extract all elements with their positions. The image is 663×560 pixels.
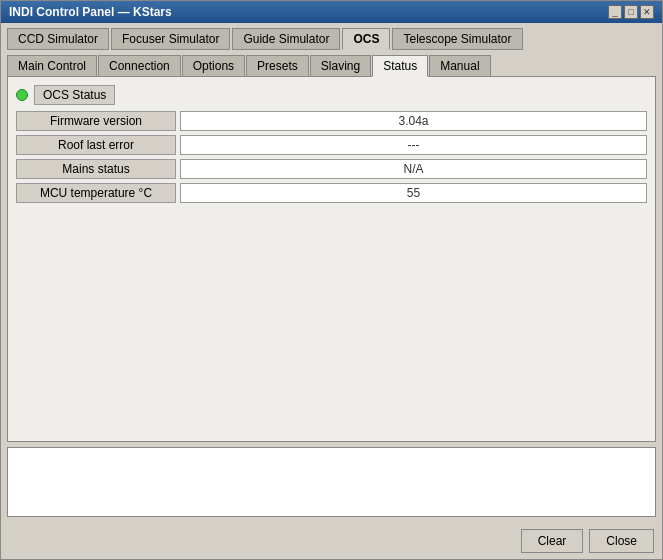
device-tab-ccd-simulator[interactable]: CCD Simulator [7, 28, 109, 50]
data-row-value: --- [180, 135, 647, 155]
device-tab-ocs[interactable]: OCS [342, 28, 390, 50]
log-area [7, 447, 656, 517]
title-bar-buttons: _ □ ✕ [608, 5, 654, 19]
bottom-bar: Clear Close [1, 523, 662, 559]
sub-tab-main-control[interactable]: Main Control [7, 55, 97, 77]
status-indicator [16, 89, 28, 101]
data-row-value: N/A [180, 159, 647, 179]
data-row: Firmware version3.04a [16, 111, 647, 131]
clear-button[interactable]: Clear [521, 529, 584, 553]
data-rows: Firmware version3.04aRoof last error---M… [16, 111, 647, 203]
sub-tabs-container: Main ControlConnectionOptionsPresetsSlav… [7, 55, 656, 443]
main-content: Main ControlConnectionOptionsPresetsSlav… [1, 49, 662, 523]
sub-tab-manual[interactable]: Manual [429, 55, 490, 77]
data-row-label: Roof last error [16, 135, 176, 155]
device-tabs: CCD SimulatorFocuser SimulatorGuide Simu… [1, 23, 662, 49]
data-row-value: 3.04a [180, 111, 647, 131]
close-window-button[interactable]: ✕ [640, 5, 654, 19]
sub-tabs: Main ControlConnectionOptionsPresetsSlav… [7, 55, 656, 77]
sub-tab-connection[interactable]: Connection [98, 55, 181, 77]
title-bar: INDI Control Panel — KStars _ □ ✕ [1, 1, 662, 23]
sub-tab-slaving[interactable]: Slaving [310, 55, 371, 77]
data-row-label: MCU temperature °C [16, 183, 176, 203]
window-title: INDI Control Panel — KStars [9, 5, 172, 19]
data-row: Mains statusN/A [16, 159, 647, 179]
minimize-button[interactable]: _ [608, 5, 622, 19]
status-row: OCS Status [16, 85, 647, 105]
sub-tab-options[interactable]: Options [182, 55, 245, 77]
data-row: MCU temperature °C55 [16, 183, 647, 203]
data-row-value: 55 [180, 183, 647, 203]
main-window: INDI Control Panel — KStars _ □ ✕ CCD Si… [0, 0, 663, 560]
data-row-label: Firmware version [16, 111, 176, 131]
sub-tab-presets[interactable]: Presets [246, 55, 309, 77]
data-row-label: Mains status [16, 159, 176, 179]
device-tab-guide-simulator[interactable]: Guide Simulator [232, 28, 340, 50]
maximize-button[interactable]: □ [624, 5, 638, 19]
panel-content: OCS Status Firmware version3.04aRoof las… [7, 76, 656, 442]
device-tab-focuser-simulator[interactable]: Focuser Simulator [111, 28, 230, 50]
close-button[interactable]: Close [589, 529, 654, 553]
ocs-status-label: OCS Status [34, 85, 115, 105]
data-row: Roof last error--- [16, 135, 647, 155]
device-tab-telescope-simulator[interactable]: Telescope Simulator [392, 28, 522, 50]
sub-tab-status[interactable]: Status [372, 55, 428, 77]
